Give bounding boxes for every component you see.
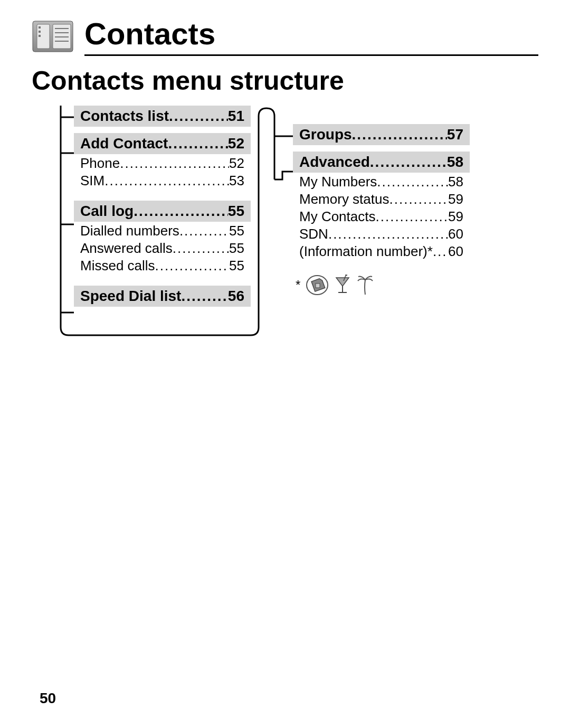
leader-dots: .... xyxy=(433,243,448,260)
header-rule xyxy=(84,54,538,56)
svg-rect-2 xyxy=(39,26,41,29)
leader-dots: ............... xyxy=(173,240,229,257)
page-number: 58 xyxy=(447,154,463,171)
submenu-item: SIM .................................. 5… xyxy=(74,172,251,189)
cocktail-glass-icon xyxy=(332,275,353,296)
submenu-label: Memory status xyxy=(299,191,390,207)
header-title: Contacts xyxy=(84,16,538,54)
submenu-label: Dialled numbers xyxy=(80,223,179,239)
page-number: 55 xyxy=(229,223,244,239)
leader-dots: ................ xyxy=(390,191,449,207)
menu-item-advanced: Advanced .................. 58 xyxy=(293,152,470,173)
menu-label: Call log xyxy=(80,203,134,220)
page-header: Contacts xyxy=(32,16,538,56)
menu-group: Contacts list .............. 51 xyxy=(74,106,251,127)
menu-item-speed-dial-list: Speed Dial list ........... 56 xyxy=(74,286,251,307)
leader-dots: .............. xyxy=(168,135,227,152)
page-number: 56 xyxy=(228,288,244,305)
page-number: 53 xyxy=(229,173,244,189)
contacts-list-icon xyxy=(32,19,74,53)
svg-rect-3 xyxy=(39,31,41,33)
submenu-item: My Contacts .................... 59 xyxy=(293,207,470,225)
footnote: * xyxy=(296,275,374,296)
menu-group: Add Contact .............. 52 Phone ....… xyxy=(74,133,251,189)
page-number: 55 xyxy=(229,240,244,257)
menu-label: Add Contact xyxy=(80,135,168,152)
leader-dots: ............. xyxy=(179,223,229,239)
submenu-item: Phone ............................ 52 xyxy=(74,154,251,172)
menu-group: Call log ....................... 55 Dial… xyxy=(74,201,251,274)
leader-dots: ....................... xyxy=(134,203,228,220)
submenu-item: (Information number)* .... 60 xyxy=(293,242,470,260)
menu-item-contacts-list: Contacts list .............. 51 xyxy=(74,106,251,127)
menu-item-groups: Groups ........................ 57 xyxy=(293,124,470,145)
submenu-label: SIM xyxy=(80,173,104,189)
tree-column-left: Contacts list .............. 51 Add Cont… xyxy=(74,106,251,313)
submenu-label: My Contacts xyxy=(299,209,376,225)
page-number: 60 xyxy=(448,243,463,260)
submenu-item: Answered calls ............... 55 xyxy=(74,239,251,257)
header-text: Contacts xyxy=(84,16,538,56)
page-number: 55 xyxy=(229,258,244,274)
page-number: 60 xyxy=(448,226,463,242)
footnote-icons xyxy=(306,275,374,296)
menu-label: Advanced xyxy=(299,154,370,171)
submenu-item: SDN ................................ 60 xyxy=(293,225,470,242)
leader-dots: ................... xyxy=(377,174,448,190)
menu-group: Speed Dial list ........... 56 xyxy=(74,286,251,307)
menu-tree: Contacts list .............. 51 Add Cont… xyxy=(32,106,538,370)
footnote-marker: * xyxy=(296,278,300,292)
sim-card-icon xyxy=(306,275,329,296)
submenu-item: Memory status ................ 59 xyxy=(293,190,470,207)
leader-dots: ................................ xyxy=(328,226,448,242)
submenu-label: SDN xyxy=(299,226,328,242)
page-number: 52 xyxy=(229,155,244,172)
page-number: 58 xyxy=(448,174,463,190)
palm-tree-icon xyxy=(356,275,374,296)
submenu-label: (Information number)* xyxy=(299,243,433,260)
menu-label: Speed Dial list xyxy=(80,288,181,305)
leader-dots: ........... xyxy=(181,288,227,305)
menu-label: Groups xyxy=(299,126,352,143)
section-title: Contacts menu structure xyxy=(32,65,538,96)
page-number: 59 xyxy=(448,191,463,207)
tree-column-right: Groups ........................ 57 Advan… xyxy=(293,124,470,266)
leader-dots: .................................. xyxy=(104,173,229,189)
submenu-label: Answered calls xyxy=(80,240,173,257)
leader-dots: .................... xyxy=(376,209,449,225)
menu-group: Advanced .................. 58 My Number… xyxy=(293,152,470,260)
page-number: 51 xyxy=(228,108,244,125)
submenu-label: Missed calls xyxy=(80,258,155,274)
page-number: 59 xyxy=(448,209,463,225)
leader-dots: .................... xyxy=(155,258,229,274)
submenu-item: Missed calls .................... 55 xyxy=(74,257,251,274)
leader-dots: .................. xyxy=(370,154,447,171)
submenu-item: My Numbers ................... 58 xyxy=(293,173,470,190)
manual-page: Contacts Contacts menu structure xyxy=(0,0,570,728)
submenu-label: My Numbers xyxy=(299,174,377,190)
menu-label: Contacts list xyxy=(80,108,169,125)
leader-dots: .............. xyxy=(169,108,228,125)
svg-rect-4 xyxy=(39,35,41,37)
menu-group: Groups ........................ 57 xyxy=(293,124,470,145)
submenu-label: Phone xyxy=(80,155,120,172)
footer-page-number: 50 xyxy=(40,690,56,707)
page-number: 57 xyxy=(447,126,463,143)
submenu-item: Dialled numbers ............. 55 xyxy=(74,222,251,239)
menu-item-add-contact: Add Contact .............. 52 xyxy=(74,133,251,154)
leader-dots: ........................ xyxy=(352,126,447,143)
page-number: 55 xyxy=(228,203,244,220)
menu-item-call-log: Call log ....................... 55 xyxy=(74,201,251,222)
svg-rect-17 xyxy=(316,283,320,288)
page-number: 52 xyxy=(228,135,244,152)
leader-dots: ............................ xyxy=(120,155,229,172)
